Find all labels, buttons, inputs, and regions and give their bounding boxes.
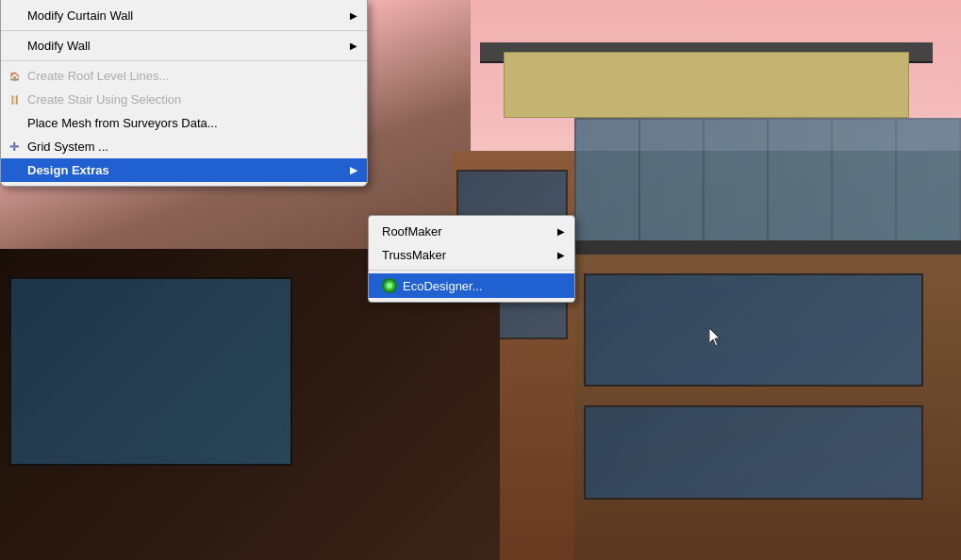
create-stair-label: Create Stair Using Selection <box>27 92 181 107</box>
roof-panel <box>504 52 909 118</box>
separator-1 <box>1 30 367 31</box>
lower-right-facade <box>565 255 961 560</box>
ecodesigner-label: EcoDesigner... <box>403 279 483 293</box>
eco-icon <box>382 278 397 293</box>
create-roof-label: Create Roof Level Lines... <box>27 69 169 83</box>
roofmaker-label: RoofMaker <box>382 224 442 239</box>
menu-item-create-stair: 🪜 Create Stair Using Selection <box>1 88 367 111</box>
modify-wall-label: Modify Wall <box>27 39 91 53</box>
menu-item-modify-curtain-wall[interactable]: Modify Curtain Wall <box>1 4 367 27</box>
grid-system-label: Grid System ... <box>27 140 108 154</box>
trussmaker-label: TrussMaker <box>382 248 446 262</box>
menu-item-grid-system[interactable]: ✛ Grid System ... <box>1 135 367 158</box>
submenu-item-trussmaker[interactable]: TrussMaker <box>369 243 574 267</box>
submenu-item-roofmaker[interactable]: RoofMaker <box>369 220 574 243</box>
design-extras-submenu: RoofMaker TrussMaker EcoDesigner... <box>368 215 575 303</box>
menu-item-create-roof-level-lines: 🏠 Create Roof Level Lines... <box>1 64 367 88</box>
submenu-separator <box>369 270 574 271</box>
submenu-item-ecodesigner[interactable]: EcoDesigner... <box>369 273 574 298</box>
context-menu: Modify Curtain Wall Modify Wall 🏠 Create… <box>0 0 368 187</box>
place-mesh-label: Place Mesh from Surveyors Data... <box>27 116 218 130</box>
upper-glass-facade <box>574 118 961 250</box>
modify-curtain-wall-label: Modify Curtain Wall <box>27 8 133 23</box>
roof-icon: 🏠 <box>7 69 22 84</box>
menu-item-design-extras[interactable]: Design Extras <box>1 158 367 182</box>
grid-icon: ✛ <box>7 140 22 155</box>
stair-icon: 🪜 <box>7 92 22 107</box>
menu-item-modify-wall[interactable]: Modify Wall <box>1 34 367 58</box>
design-extras-label: Design Extras <box>27 163 109 177</box>
separator-2 <box>1 60 367 61</box>
menu-item-place-mesh[interactable]: Place Mesh from Surveyors Data... <box>1 111 367 135</box>
